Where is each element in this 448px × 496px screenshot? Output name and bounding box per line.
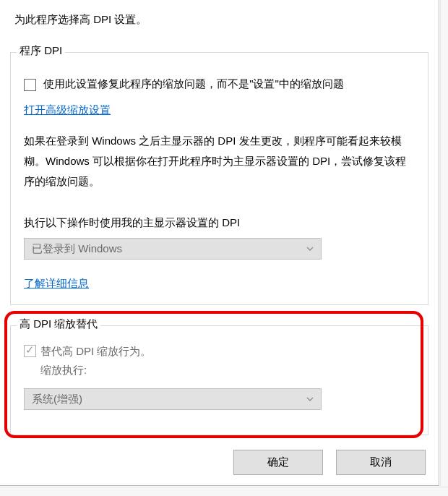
use-this-setting-checkbox[interactable] <box>24 79 36 91</box>
high-dpi-override-group-title: 高 DPI 缩放替代 <box>17 317 100 331</box>
scaling-performed-by-value: 系统(增强) <box>32 393 82 406</box>
override-scaling-checkbox <box>24 345 36 357</box>
program-dpi-explanation: 如果在登录到 Windows 之后主显示器的 DPI 发生更改，则程序可能看起来… <box>24 131 415 191</box>
dialog-button-bar: 确定 取消 <box>233 450 426 475</box>
program-dpi-group-title: 程序 DPI <box>17 44 65 58</box>
when-dropdown-value: 已登录到 Windows <box>32 242 122 256</box>
use-this-setting-label: 使用此设置修复此程序的缩放问题，而不是"设置"中的缩放问题 <box>43 77 344 90</box>
override-scaling-label: 替代高 DPI 缩放行为。 缩放执行: <box>40 342 151 379</box>
override-scaling-label-line2: 缩放执行: <box>40 364 87 376</box>
high-dpi-settings-dialog: 为此程序选择高 DPI 设置。 程序 DPI 使用此设置修复此程序的缩放问题，而… <box>0 0 439 486</box>
open-advanced-scaling-link[interactable]: 打开高级缩放设置 <box>24 103 111 116</box>
chevron-down-icon <box>306 395 314 403</box>
when-dropdown: 已登录到 Windows <box>24 238 322 260</box>
window-bottom-strip <box>0 487 448 496</box>
window-right-edge <box>440 0 448 496</box>
cancel-button[interactable]: 取消 <box>336 450 426 475</box>
chevron-down-icon <box>306 245 314 252</box>
learn-more-link[interactable]: 了解详细信息 <box>24 277 89 289</box>
high-dpi-override-group: 高 DPI 缩放替代 替代高 DPI 缩放行为。 缩放执行: 系统(增强) <box>10 325 428 435</box>
ok-button[interactable]: 确定 <box>233 450 323 475</box>
when-label: 执行以下操作时使用我的主显示器设置的 DPI <box>24 216 415 230</box>
dialog-intro-text: 为此程序选择高 DPI 设置。 <box>14 13 147 27</box>
override-scaling-label-line1: 替代高 DPI 缩放行为。 <box>40 345 151 357</box>
scaling-performed-by-dropdown: 系统(增强) <box>24 388 322 410</box>
program-dpi-group: 程序 DPI 使用此设置修复此程序的缩放问题，而不是"设置"中的缩放问题 打开高… <box>10 52 428 305</box>
